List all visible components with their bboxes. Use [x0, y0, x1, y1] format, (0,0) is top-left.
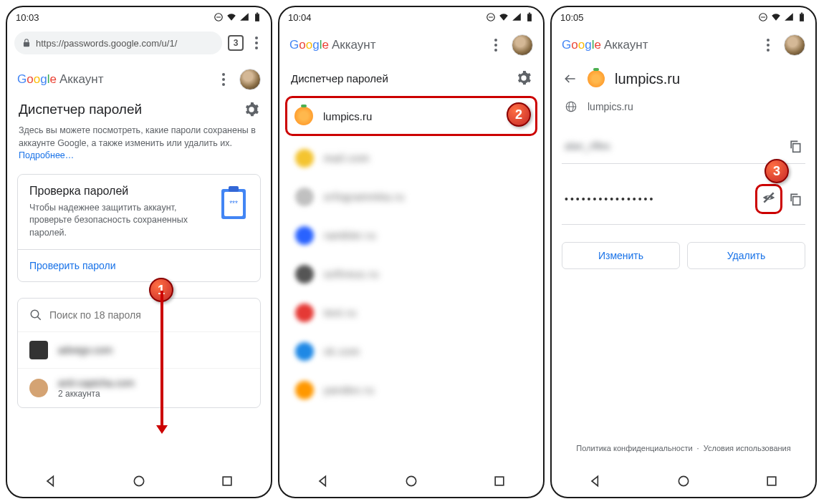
password-row-blurred[interactable]: yandex.ru — [279, 371, 543, 410]
svg-rect-12 — [223, 477, 231, 485]
recent-nav-icon[interactable] — [764, 474, 779, 488]
svg-line-10 — [37, 316, 41, 320]
search-input[interactable] — [49, 309, 249, 321]
check-passwords-link[interactable]: Проверить пароли — [18, 249, 260, 281]
recent-nav-icon[interactable] — [492, 474, 507, 488]
terms-link[interactable]: Условия использования — [704, 444, 791, 452]
svg-rect-18 — [495, 477, 504, 485]
highlighted-password-row[interactable]: lumpics.ru 2 — [285, 96, 537, 136]
delete-button[interactable]: Удалить — [687, 242, 805, 269]
site-favicon — [295, 342, 314, 361]
section-header: Диспетчер паролей — [279, 63, 543, 93]
copy-icon[interactable] — [788, 139, 802, 153]
edit-button[interactable]: Изменить — [562, 242, 680, 269]
back-nav-icon[interactable] — [588, 474, 603, 488]
footer-links: Политика конфиденциальности · Условия ис… — [552, 437, 815, 460]
annotation-arrow — [160, 291, 163, 427]
site-name-blurred: orfogrammka.ru — [324, 191, 405, 203]
home-nav-icon[interactable] — [132, 474, 146, 488]
password-row-blurred[interactable]: vk.com — [279, 332, 543, 371]
site-name-blurred: text.ru — [324, 307, 357, 319]
password-row[interactable]: advego.com — [18, 331, 260, 368]
svg-rect-15 — [527, 14, 532, 21]
domain-row[interactable]: lumpics.ru — [552, 94, 815, 119]
password-row-blurred[interactable]: mail.com — [279, 139, 543, 178]
site-favicon — [29, 341, 48, 359]
gear-icon[interactable] — [516, 70, 532, 86]
svg-rect-4 — [24, 42, 29, 47]
phone-screen-1: 10:03 https://passwords.google.com/u/1/ … — [6, 6, 272, 498]
back-nav-icon[interactable] — [44, 474, 58, 488]
copy-icon[interactable] — [788, 192, 802, 206]
search-icon — [29, 309, 42, 321]
password-row-blurred[interactable]: rambler.ru — [279, 216, 543, 255]
status-icons — [486, 12, 535, 22]
browser-menu-icon[interactable] — [249, 36, 264, 50]
page-title: Диспетчер паролей — [291, 72, 388, 84]
site-favicon — [29, 379, 48, 397]
site-name-blurred: mail.com — [324, 152, 370, 164]
more-menu-icon[interactable] — [761, 38, 775, 52]
eye-off-icon[interactable] — [762, 190, 776, 205]
google-header: Google Аккаунт — [279, 27, 543, 63]
site-name-blurred: softreus.ru — [324, 268, 379, 280]
home-nav-icon[interactable] — [676, 474, 691, 488]
battery-icon — [252, 12, 262, 22]
clock: 10:04 — [288, 12, 312, 23]
card-desc: Чтобы надежнее защитить аккаунт, проверь… — [29, 202, 210, 240]
search-row[interactable] — [18, 299, 260, 331]
google-account-logo: Google Аккаунт — [17, 72, 103, 87]
svg-rect-22 — [801, 13, 802, 14]
domain-text: lumpics.ru — [588, 101, 633, 112]
svg-rect-29 — [793, 197, 800, 205]
battery-icon — [797, 12, 807, 22]
site-name-blurred: rambler.ru — [324, 230, 376, 241]
password-row-blurred[interactable]: softreus.ru — [279, 255, 543, 294]
wifi-icon — [499, 12, 509, 22]
android-nav-bar — [7, 465, 271, 497]
gear-icon[interactable] — [244, 102, 259, 117]
password-value: •••••••••••••••• — [565, 193, 655, 205]
svg-rect-7 — [229, 186, 239, 192]
home-nav-icon[interactable] — [404, 474, 418, 488]
back-arrow-icon[interactable] — [563, 72, 577, 86]
site-favicon-orange — [588, 70, 605, 87]
avatar[interactable] — [239, 69, 261, 90]
svg-rect-31 — [767, 477, 776, 485]
site-name-blurred: vk.com — [324, 346, 360, 357]
title-bar: lumpics.ru — [552, 63, 815, 94]
back-nav-icon[interactable] — [316, 474, 330, 488]
url-text: https://passwords.google.com/u/1/ — [36, 38, 177, 49]
dnd-icon — [758, 12, 768, 22]
password-field: •••••••••••••••• 3 — [562, 174, 805, 225]
svg-point-9 — [31, 310, 39, 318]
password-row-blurred[interactable]: orfogrammka.ru — [279, 178, 543, 216]
recent-nav-icon[interactable] — [220, 474, 234, 488]
battery-icon — [524, 12, 535, 22]
lock-icon — [21, 38, 32, 48]
show-password-highlight: 3 — [755, 184, 782, 214]
avatar[interactable] — [784, 34, 805, 56]
site-favicon — [295, 149, 314, 168]
svg-rect-21 — [800, 14, 804, 21]
clock: 10:05 — [560, 12, 584, 23]
password-row[interactable]: anti-captcha.com 2 аккаунта — [18, 368, 260, 407]
step-badge-3: 3 — [764, 159, 789, 183]
section-header: Диспетчер паролей — [7, 97, 271, 122]
tab-count-button[interactable]: 3 — [228, 35, 244, 51]
more-menu-icon[interactable] — [489, 38, 503, 52]
url-field[interactable]: https://passwords.google.com/u/1/ — [14, 32, 222, 54]
more-menu-icon[interactable] — [216, 72, 231, 87]
wifi-icon — [771, 12, 781, 22]
blurred-password-list: mail.comorfogrammka.rurambler.rusoftreus… — [279, 139, 543, 410]
action-buttons: Изменить Удалить — [552, 225, 815, 286]
privacy-link[interactable]: Политика конфиденциальности — [576, 444, 692, 452]
signal-icon — [784, 12, 794, 22]
learn-more-link[interactable]: Подробнее… — [19, 150, 74, 160]
password-check-card: Проверка паролей Чтобы надежнее защитить… — [17, 174, 261, 283]
password-row-blurred[interactable]: text.ru — [279, 294, 543, 332]
avatar[interactable] — [512, 34, 533, 56]
site-favicon — [295, 304, 314, 322]
username-value: alan_rifles — [565, 140, 610, 152]
page-content: Google Аккаунт Диспетчер паролей Здесь в… — [7, 62, 271, 465]
